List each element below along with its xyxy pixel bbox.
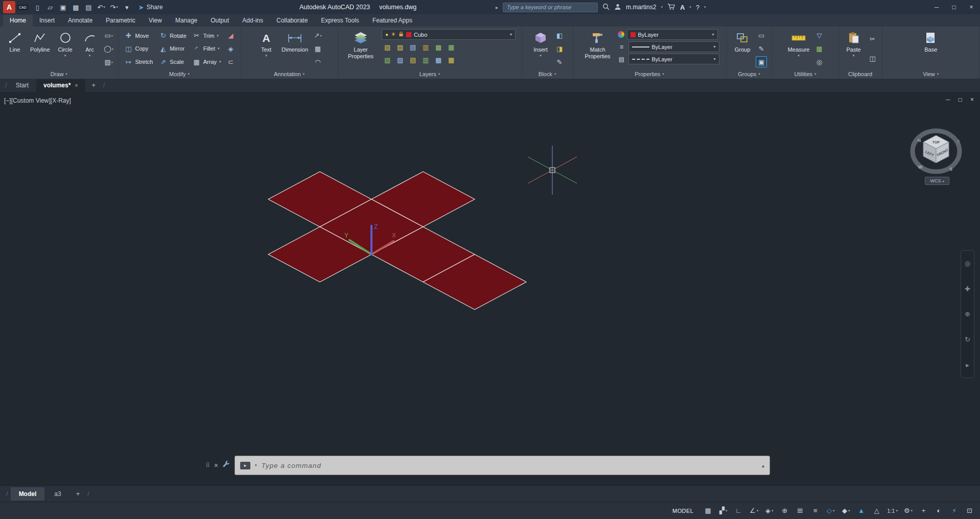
share-button[interactable]: ➤ Share [138, 4, 163, 11]
polar-tracking-button[interactable]: ∠ ▾ [748, 505, 760, 517]
maximize-button[interactable]: □ [945, 0, 963, 14]
drawing-canvas[interactable]: XYZ [0, 92, 980, 485]
layer-previous-button[interactable]: ▩ [433, 54, 444, 65]
file-tab-start[interactable]: Start [9, 79, 36, 92]
grid-display-button[interactable]: ▦ [702, 505, 714, 517]
command-input[interactable] [262, 462, 757, 469]
object-snap-button[interactable]: ◇ ▾ [824, 505, 837, 517]
base-view-button[interactable]: Base [920, 28, 942, 69]
dimension-button[interactable]: Dimension [279, 28, 310, 69]
graphics-performance-button[interactable]: ⚡ [948, 505, 961, 517]
3d-object-snap-button[interactable]: ◆ ▾ [839, 505, 852, 517]
ungroup-button[interactable]: ▭ [756, 30, 767, 41]
rotate-button[interactable]: ↻Rotate [157, 31, 188, 40]
layer-freeze-button[interactable]: ▤ [407, 41, 418, 53]
autodesk-mark-icon[interactable]: A [680, 4, 685, 11]
copy-button[interactable]: ◫Copy [122, 44, 155, 53]
object-snap-tracking-button[interactable]: ⊕ [778, 505, 791, 517]
lineweight-dropdown[interactable]: ByLayer ▾ [628, 41, 719, 52]
arc-button[interactable]: Arc ▾ [79, 28, 101, 69]
create-block-button[interactable]: ◧ [554, 30, 565, 41]
layer-lock-button[interactable]: ▥ [420, 41, 431, 53]
layer-unisolate-button[interactable]: ▨ [394, 54, 406, 65]
autodesk-menu-caret-icon[interactable]: ▾ [689, 5, 691, 9]
navigation-wheel-button[interactable]: ◎ [962, 257, 974, 270]
search-expand-icon[interactable]: ▸ [496, 5, 498, 10]
recent-commands-caret-icon[interactable]: ▾ [255, 463, 257, 467]
group-selection-button[interactable]: ▣ [756, 56, 767, 67]
save-button[interactable]: ▣ [57, 1, 69, 13]
showmotion-button[interactable]: ▸ [962, 359, 974, 371]
ribbon-tab[interactable]: Annotate [61, 15, 99, 27]
fillet-button[interactable]: ◜Fillet▾ [191, 44, 223, 53]
table-button[interactable]: ▦ [312, 43, 323, 54]
ribbon-tab[interactable]: View [142, 15, 169, 27]
linetype-list-icon[interactable]: ▤ [618, 56, 626, 63]
make-current-button[interactable]: ▦ [446, 41, 457, 53]
model-viewport[interactable]: XYZ [−] [Custom View] [X-Ray] ─ □ × TOP … [0, 92, 980, 485]
lineweight-list-icon[interactable]: ≡ [618, 43, 626, 51]
isolate-objects-button[interactable]: ◐ [932, 505, 945, 517]
block-editor-button[interactable]: ✎ [554, 56, 565, 67]
ribbon-tab[interactable]: Manage [169, 15, 204, 27]
ribbon-tab[interactable]: Featured Apps [366, 15, 419, 27]
group-edit-button[interactable]: ✎ [756, 43, 767, 54]
user-menu-caret-icon[interactable]: ▾ [661, 5, 663, 9]
viewport-controls-menu[interactable]: [−] [4, 97, 11, 104]
new-file-button[interactable]: ▯ [31, 1, 44, 13]
user-avatar-icon[interactable] [614, 3, 621, 12]
ribbon-tab[interactable]: Collaborate [270, 15, 314, 27]
block-panel-title[interactable]: Block▾ [522, 69, 573, 79]
text-button[interactable]: A Text ▾ [255, 28, 277, 69]
signed-in-user[interactable]: m.martins2 [626, 4, 656, 11]
quick-calc-button[interactable]: ▦ [813, 43, 825, 54]
model-space-toggle[interactable]: MODEL [666, 508, 699, 514]
explode-button[interactable]: ◈ [225, 43, 237, 54]
ribbon-tab[interactable]: Express Tools [314, 15, 365, 27]
minimize-button[interactable]: ─ [928, 0, 945, 14]
linetype-dropdown[interactable]: ByLayer ▾ [628, 54, 719, 64]
annotation-panel-title[interactable]: Annotation▾ [241, 69, 338, 79]
ribbon-tab[interactable]: Insert [33, 15, 61, 27]
properties-panel-title[interactable]: Properties▾ [573, 69, 726, 79]
compass-west-label[interactable]: W [918, 164, 923, 170]
qat-menu-button[interactable]: ▾ [121, 1, 133, 13]
rectangle-button[interactable]: ▭▾ [103, 30, 114, 41]
compass-south-label[interactable]: S [949, 167, 952, 172]
layer-walk-button[interactable]: ▦ [446, 54, 457, 65]
help-button[interactable]: ? [696, 4, 699, 11]
zoom-button[interactable]: ⊕ [962, 308, 974, 320]
polyline-button[interactable]: Polyline [28, 28, 52, 69]
workspace-switching-button[interactable]: ⚙ ▾ [902, 505, 915, 517]
layer-unlock-button[interactable]: ▥ [420, 54, 431, 65]
annotation-monitor-button[interactable]: + [917, 505, 930, 517]
layer-thaw-button[interactable]: ▤ [407, 54, 418, 65]
paste-button[interactable]: Paste ▾ [843, 28, 865, 69]
isometric-drafting-button[interactable]: ◈ ▾ [763, 505, 776, 517]
view-panel-title[interactable]: View▾ [882, 69, 979, 79]
viewport-maximize-button[interactable]: □ [959, 96, 962, 103]
plot-button[interactable]: ▤ [82, 1, 95, 13]
modify-panel-title[interactable]: Modify▾ [119, 69, 241, 79]
compass-north-label[interactable]: N [918, 138, 921, 143]
recent-commands-icon[interactable]: ▸ [240, 462, 250, 469]
trim-button[interactable]: ✂Trim▾ [191, 31, 223, 40]
cart-icon[interactable] [667, 3, 675, 12]
cut-button[interactable]: ✂ [867, 33, 878, 44]
layer-match-button[interactable]: ▩ [433, 41, 444, 53]
annotation-visibility-button[interactable]: ▲ [855, 505, 868, 517]
mirror-button[interactable]: ◭Mirror [157, 44, 188, 53]
annotation-scale-button[interactable]: 1:1 ▾ [885, 505, 899, 517]
ortho-mode-button[interactable]: ∟ [732, 505, 745, 517]
layer-on-button[interactable]: ▧ [382, 54, 393, 65]
offset-button[interactable]: ⊂ [225, 56, 237, 67]
command-collapse-icon[interactable]: ▴ [762, 463, 764, 468]
view-controls-menu[interactable]: [Custom View] [11, 97, 51, 104]
centerline-button[interactable]: ◠ [312, 56, 323, 67]
layer-isolate-button[interactable]: ▨ [394, 41, 406, 53]
compass-east-label[interactable]: E [957, 139, 960, 144]
groups-panel-title[interactable]: Groups▾ [727, 69, 772, 79]
visual-style-menu[interactable]: [X-Ray] [51, 97, 71, 104]
open-file-button[interactable]: ▱ [44, 1, 57, 13]
search-icon[interactable] [602, 3, 610, 12]
